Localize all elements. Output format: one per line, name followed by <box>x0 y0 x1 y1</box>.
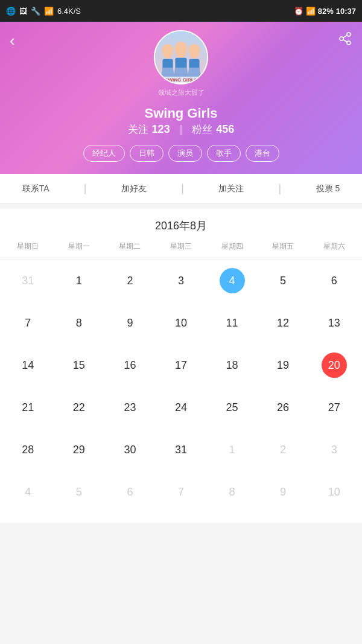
day-cell-5-5[interactable]: 9 <box>258 471 309 513</box>
day-cell-5-0[interactable]: 4 <box>2 471 54 513</box>
day-number-5-2: 6 <box>117 479 142 505</box>
day-cell-0-1[interactable]: 1 <box>54 260 105 302</box>
day-cell-4-6[interactable]: 3 <box>308 429 360 471</box>
day-cell-3-2[interactable]: 23 <box>104 386 156 429</box>
svg-point-0 <box>347 33 351 36</box>
day-cell-2-2[interactable]: 16 <box>104 344 156 386</box>
day-cell-5-6[interactable]: 10 <box>308 471 360 513</box>
day-cell-4-5[interactable]: 2 <box>258 429 309 471</box>
day-cell-3-3[interactable]: 24 <box>156 386 207 429</box>
day-number-0-0: 31 <box>15 268 40 293</box>
tag-3[interactable]: 歌手 <box>207 145 241 162</box>
day-cell-3-6[interactable]: 27 <box>308 386 360 429</box>
day-cell-0-4[interactable]: 4 <box>206 260 258 302</box>
svg-point-11 <box>174 42 187 54</box>
day-number-1-0: 7 <box>15 310 40 336</box>
tag-2[interactable]: 演员 <box>168 145 202 162</box>
action-item-1[interactable]: 加好友 <box>121 183 147 194</box>
svg-line-4 <box>343 36 348 38</box>
day-cell-2-1[interactable]: 15 <box>54 344 105 386</box>
day-number-4-4: 1 <box>220 437 245 462</box>
action-item-0[interactable]: 联系TA <box>22 183 49 194</box>
day-cell-1-5[interactable]: 12 <box>258 302 309 344</box>
day-cell-2-3[interactable]: 17 <box>156 344 207 386</box>
day-cell-1-1[interactable]: 8 <box>54 302 105 344</box>
day-cell-3-5[interactable]: 26 <box>258 386 309 429</box>
status-bar: 🌐 🖼 🔧 📶 6.4K/S ⏰ 📶 82% 10:37 <box>0 0 362 22</box>
day-cell-4-0[interactable]: 28 <box>2 429 54 471</box>
tag-0[interactable]: 经纪人 <box>83 145 125 162</box>
day-cell-5-2[interactable]: 6 <box>104 471 156 513</box>
day-number-1-2: 9 <box>117 310 142 336</box>
day-cell-2-0[interactable]: 14 <box>2 344 54 386</box>
tag-4[interactable]: 港台 <box>246 145 279 162</box>
battery-label: 82% <box>318 7 334 16</box>
day-number-1-3: 10 <box>168 310 194 336</box>
stats-row: 关注 123 | 粉丝 456 <box>128 123 235 136</box>
day-cell-1-2[interactable]: 9 <box>104 302 156 344</box>
action-divider-2: | <box>181 182 184 195</box>
action-item-3[interactable]: 投票 5 <box>316 183 340 194</box>
weekday-6: 星期六 <box>308 239 360 254</box>
day-cell-3-1[interactable]: 22 <box>54 386 105 429</box>
day-number-5-3: 7 <box>168 479 194 505</box>
day-cell-0-3[interactable]: 3 <box>156 260 207 302</box>
weekday-4: 星期四 <box>206 239 258 254</box>
signal-icon: 📶 <box>306 7 316 16</box>
day-number-3-2: 23 <box>117 395 142 420</box>
day-cell-4-1[interactable]: 29 <box>54 429 105 471</box>
day-number-5-5: 9 <box>270 479 296 505</box>
svg-line-3 <box>343 40 348 42</box>
share-button[interactable] <box>338 31 352 49</box>
day-number-3-6: 27 <box>322 395 347 420</box>
day-cell-3-4[interactable]: 25 <box>206 386 258 429</box>
tools-icon: 🔧 <box>31 7 40 16</box>
back-button[interactable]: ‹ <box>10 31 15 50</box>
svg-point-1 <box>340 37 343 40</box>
day-number-1-4: 11 <box>220 310 245 336</box>
day-number-1-5: 12 <box>270 310 296 336</box>
day-cell-1-6[interactable]: 13 <box>308 302 360 344</box>
day-cell-2-5[interactable]: 19 <box>258 344 309 386</box>
day-number-2-5: 19 <box>270 352 296 378</box>
day-cell-5-4[interactable]: 8 <box>206 471 258 513</box>
svg-point-8 <box>162 44 173 56</box>
day-number-0-2: 2 <box>117 268 142 293</box>
calendar-section: 2016年8月 星期日星期一星期二星期三星期四星期五星期六 3112345678… <box>0 209 362 523</box>
day-cell-5-1[interactable]: 5 <box>54 471 105 513</box>
svg-point-14 <box>188 44 200 56</box>
speed-label: 6.4K/S <box>57 7 81 16</box>
day-cell-2-4[interactable]: 18 <box>206 344 258 386</box>
tag-1[interactable]: 日韩 <box>130 145 164 162</box>
day-cell-2-6[interactable]: 20 <box>308 344 360 386</box>
day-number-4-0: 28 <box>15 437 40 462</box>
day-cell-4-4[interactable]: 1 <box>206 429 258 471</box>
day-cell-1-0[interactable]: 7 <box>2 302 54 344</box>
day-number-1-1: 8 <box>66 310 92 336</box>
day-number-3-1: 22 <box>66 395 92 420</box>
day-cell-0-2[interactable]: 2 <box>104 260 156 302</box>
day-number-4-1: 29 <box>66 437 92 462</box>
calendar-title: 2016年8月 <box>0 209 362 239</box>
day-cell-3-0[interactable]: 21 <box>2 386 54 429</box>
day-number-2-4: 18 <box>220 352 245 378</box>
day-number-5-4: 8 <box>220 479 245 505</box>
avatar-label: SWING GIRLS <box>155 77 207 83</box>
day-cell-0-6[interactable]: 6 <box>308 260 360 302</box>
action-bar: 联系TA|加好友|加关注|投票 5 <box>0 174 362 204</box>
day-cell-1-3[interactable]: 10 <box>156 302 207 344</box>
day-cell-4-2[interactable]: 30 <box>104 429 156 471</box>
day-cell-0-0[interactable]: 31 <box>2 260 54 302</box>
day-number-5-0: 4 <box>15 479 40 505</box>
tags-row: 经纪人日韩演员歌手港台 <box>83 145 279 162</box>
day-cell-5-3[interactable]: 7 <box>156 471 207 513</box>
avatar-image <box>155 31 207 83</box>
day-cell-1-4[interactable]: 11 <box>206 302 258 344</box>
day-number-3-3: 24 <box>168 395 194 420</box>
svg-point-2 <box>347 41 351 45</box>
action-item-2[interactable]: 加关注 <box>218 183 244 194</box>
day-cell-4-3[interactable]: 31 <box>156 429 207 471</box>
day-cell-0-5[interactable]: 5 <box>258 260 309 302</box>
calendar-grid: 3112345678910111213141516171819202122232… <box>0 260 362 513</box>
day-number-3-4: 25 <box>220 395 245 420</box>
